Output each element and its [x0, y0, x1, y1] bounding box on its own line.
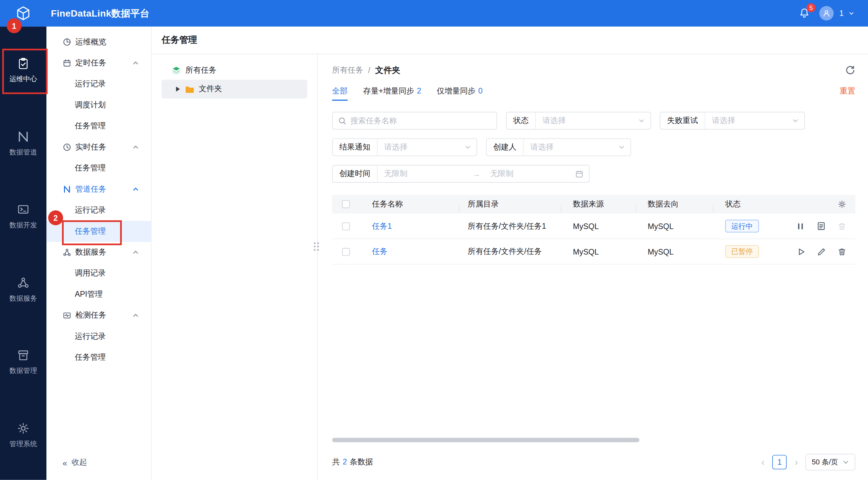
- table-row: 任务1 所有任务/文件夹/任务1 MySQL MySQL 运行中: [332, 214, 856, 239]
- tree-item-folder[interactable]: 文件夹: [162, 79, 307, 98]
- row-checkbox[interactable]: [342, 222, 350, 230]
- tree-root-all-tasks[interactable]: 所有任务: [162, 61, 307, 80]
- creator-filter-label: 创建人: [487, 139, 524, 156]
- sidebar-item-run-records-detect[interactable]: 运行记录: [46, 326, 151, 347]
- column-settings-button[interactable]: [837, 200, 846, 209]
- rail-item-label: 数据管理: [9, 366, 37, 376]
- column-header-target: 数据去向: [636, 199, 713, 209]
- sidebar-item-task-mgmt-pipeline[interactable]: 任务管理: [46, 221, 151, 242]
- rail-item-admin-system[interactable]: 管理系统: [0, 422, 46, 449]
- sidebar-item-label: 运维概览: [75, 37, 106, 47]
- search-input[interactable]: [350, 116, 491, 125]
- tab-all[interactable]: 全部: [332, 86, 348, 100]
- sidebar-group-detect-tasks[interactable]: 检测任务: [46, 305, 151, 326]
- notify-filter-select[interactable]: 结果通知 请选择: [332, 138, 477, 156]
- calendar-icon: [575, 170, 584, 178]
- page-size-select[interactable]: 50 条/页: [806, 454, 856, 470]
- pie-chart-icon: [63, 38, 72, 47]
- prev-page-button[interactable]: ‹: [761, 457, 765, 467]
- task-name-link[interactable]: 任务1: [372, 221, 392, 231]
- sidebar-group-pipeline-tasks[interactable]: 管道任务: [46, 179, 151, 199]
- gear-icon: [837, 200, 846, 209]
- sidebar-group-scheduled-tasks[interactable]: 定时任务: [46, 53, 151, 73]
- annotation-step-2-marker: 2: [48, 210, 63, 225]
- breadcrumb-separator: /: [368, 66, 370, 75]
- pagination: ‹ 1 › 50 条/页: [761, 454, 855, 470]
- user-icon: [822, 9, 831, 18]
- app-logo[interactable]: [0, 6, 46, 21]
- breadcrumb-root[interactable]: 所有任务: [332, 65, 363, 75]
- horizontal-scrollbar[interactable]: [332, 438, 640, 442]
- row-actions: [796, 221, 846, 231]
- rail-item-data-service[interactable]: 数据服务: [0, 276, 46, 303]
- column-header-source: 数据来源: [561, 199, 635, 209]
- caret-right-icon: [175, 86, 181, 93]
- sidebar-item-task-mgmt-detect[interactable]: 任务管理: [46, 347, 151, 368]
- reset-filters-link[interactable]: 重置: [840, 86, 856, 96]
- refresh-button[interactable]: [845, 65, 856, 75]
- time-start-value[interactable]: 无限制: [378, 169, 469, 179]
- notify-filter-label: 结果通知: [333, 139, 377, 156]
- breadcrumb: 所有任务 / 文件夹: [332, 62, 856, 78]
- rail-item-label: 数据管道: [9, 148, 37, 157]
- sync-type-tabs: 全部 存量+增量同步 2 仅增量同步 0 重置: [332, 86, 856, 103]
- tab-incremental-only[interactable]: 仅增量同步 0: [437, 86, 483, 99]
- sidebar-collapse-button[interactable]: « 收起: [46, 452, 151, 473]
- rail-item-data-dev[interactable]: 数据开发: [0, 203, 46, 230]
- rail-item-ops-center[interactable]: 运维中心: [0, 57, 46, 84]
- sidebar-group-data-service[interactable]: 数据服务: [46, 242, 151, 263]
- sidebar-item-label: 任务管理: [74, 121, 105, 131]
- content-area: 任务管理 所有任务 文件夹: [152, 27, 868, 480]
- user-avatar[interactable]: [819, 6, 834, 20]
- time-end-value[interactable]: 无限制: [484, 169, 575, 179]
- edit-button[interactable]: [817, 247, 826, 256]
- rail-item-label: 运维中心: [9, 74, 37, 84]
- sidebar-item-ops-overview[interactable]: 运维概览: [46, 31, 151, 52]
- creator-filter-select[interactable]: 创建人 请选择: [486, 138, 631, 156]
- collapse-label: 收起: [72, 458, 87, 468]
- notify-filter-value: 请选择: [378, 142, 465, 152]
- creator-filter-value: 请选择: [524, 142, 618, 152]
- sidebar-item-run-records-scheduled[interactable]: 运行记录: [46, 73, 151, 94]
- app-title: FineDataLink数据平台: [51, 7, 150, 20]
- pause-button[interactable]: [796, 222, 805, 231]
- next-page-button[interactable]: ›: [795, 457, 798, 467]
- tab-full-plus-incremental[interactable]: 存量+增量同步 2: [363, 86, 421, 99]
- rail-item-data-mgmt[interactable]: 数据管理: [0, 349, 46, 376]
- row-checkbox[interactable]: [342, 248, 350, 255]
- retry-filter-value: 请选择: [705, 116, 792, 126]
- select-all-checkbox[interactable]: [342, 200, 350, 208]
- task-list-main: 所有任务 / 文件夹 全部 存量+增量同步 2: [318, 54, 868, 480]
- sidebar-item-call-records[interactable]: 调用记录: [46, 263, 151, 284]
- rail-item-data-pipeline[interactable]: 数据管道: [0, 130, 46, 157]
- task-name-link[interactable]: 任务: [372, 247, 388, 257]
- app-window: FineDataLink数据平台 5 1: [0, 0, 868, 480]
- ops-center-icon: [17, 57, 30, 70]
- tab-count: 2: [417, 86, 422, 96]
- delete-button[interactable]: [837, 222, 846, 231]
- start-button[interactable]: [797, 247, 806, 256]
- sidebar-item-api-mgmt[interactable]: API管理: [46, 284, 151, 305]
- header-right-cluster: 5 1: [798, 6, 868, 20]
- delete-button[interactable]: [837, 247, 846, 256]
- task-target: MySQL: [636, 222, 713, 231]
- chevron-up-icon: [132, 60, 139, 66]
- task-search-box[interactable]: [332, 112, 497, 129]
- pause-icon: [796, 222, 805, 231]
- create-time-range-picker[interactable]: 创建时间 无限制 → 无限制: [332, 165, 589, 183]
- notification-bell-button[interactable]: 5: [798, 7, 811, 20]
- retry-filter-select[interactable]: 失败重试 请选择: [660, 112, 805, 129]
- user-menu-dropdown[interactable]: [848, 10, 855, 17]
- sidebar-group-realtime-tasks[interactable]: 实时任务: [46, 136, 151, 157]
- sidebar-group-label: 定时任务: [75, 58, 106, 68]
- filter-row-1: 状态 请选择 失败重试 请选择: [332, 112, 856, 129]
- run-log-button[interactable]: [816, 221, 826, 231]
- secondary-sidebar: 运维概览 定时任务 运行记录 调度计划 任务管理 实时任务 任务管理: [46, 27, 152, 480]
- calendar-icon: [63, 59, 72, 68]
- sidebar-item-schedule-plan[interactable]: 调度计划: [46, 95, 151, 116]
- current-page-button[interactable]: 1: [773, 455, 787, 469]
- table-footer: 共 2 条数据 ‹ 1 › 50 条/页: [332, 452, 856, 472]
- status-filter-select[interactable]: 状态 请选择: [506, 112, 651, 129]
- sidebar-item-task-mgmt-realtime[interactable]: 任务管理: [46, 158, 151, 179]
- sidebar-item-task-mgmt-scheduled[interactable]: 任务管理: [46, 116, 151, 136]
